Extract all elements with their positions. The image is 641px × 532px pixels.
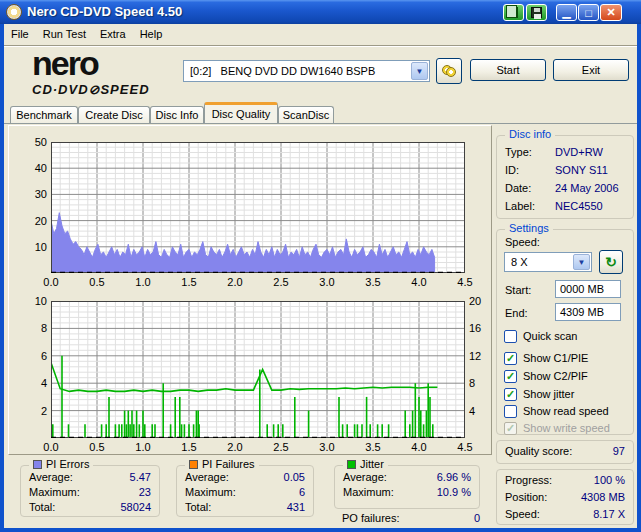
menu-extra[interactable]: Extra (93, 26, 133, 42)
pi-max-value: 23 (139, 486, 151, 498)
tab-create-disc[interactable]: Create Disc (78, 106, 150, 123)
pi-errors-box: PI Errors Average:5.47 Maximum:23 Total:… (20, 465, 160, 517)
axis-tick: 20 (23, 215, 47, 228)
axis-tick: 2 (23, 405, 47, 418)
checkbox-icon: ✓ (504, 388, 517, 401)
progress-label: Progress: (505, 474, 552, 486)
refresh-icon: ↻ (605, 256, 617, 268)
save-icon (531, 7, 542, 18)
disc-id-value: SONY S11 (555, 164, 608, 176)
exit-button[interactable]: Exit (553, 59, 629, 81)
pif-total-label: Total: (185, 501, 211, 513)
start-button[interactable]: Start (470, 59, 546, 81)
pif-total-value: 431 (287, 501, 305, 513)
quality-score-label: Quality score: (505, 445, 572, 457)
discs-icon (442, 65, 456, 77)
disc-id-label: ID: (505, 164, 519, 176)
disc-info-title: Disc info (505, 128, 555, 140)
checkbox-icon: ✓ (504, 352, 517, 365)
po-failures-value: 0 (474, 512, 480, 524)
pi-errors-chart (51, 142, 465, 273)
axis-tick: 0.0 (39, 441, 63, 454)
axis-tick: 30 (23, 188, 47, 201)
jitter-avg-label: Average: (343, 471, 387, 483)
speed-stat-label: Speed: (505, 508, 540, 520)
speed-label: Speed: (505, 236, 540, 248)
checkbox-show-c1-pie[interactable]: ✓Show C1/PIE (504, 351, 588, 365)
disc-info-box: Disc info Type:DVD+RW ID:SONY S11 Date:2… (496, 135, 634, 219)
checkbox-show-jitter[interactable]: ✓Show jitter (504, 387, 574, 401)
copy-icon (509, 7, 518, 18)
minimize-button[interactable]: ▁ (556, 4, 577, 21)
pif-max-value: 6 (299, 486, 305, 498)
checkbox-show-c2-pif[interactable]: ✓Show C2/PIF (504, 369, 588, 383)
tab-benchmark[interactable]: Benchmark (10, 106, 78, 123)
close-button[interactable]: ✕ (600, 4, 622, 21)
minimize-icon: ▁ (562, 6, 570, 19)
axis-tick: 0.5 (85, 441, 109, 454)
tab-disc-quality[interactable]: Disc Quality (204, 102, 278, 123)
axis-tick: 4.5 (453, 276, 477, 289)
title-bar[interactable]: Nero CD-DVD Speed 4.50 ▁ □ ✕ (0, 0, 641, 24)
axis-tick: 3.5 (361, 441, 385, 454)
tab-scandisc[interactable]: ScanDisc (278, 106, 334, 123)
checkbox-label: Quick scan (523, 330, 577, 342)
speed-select-value: 8 X (505, 256, 528, 268)
checkbox-show-write-speed[interactable]: ✓Show write speed (504, 421, 610, 435)
save-button[interactable] (526, 4, 547, 21)
checkbox-show-read-speed[interactable]: Show read speed (504, 404, 609, 418)
axis-tick: 4 (469, 405, 493, 418)
disc-type-label: Type: (505, 146, 532, 158)
quality-score-value: 97 (613, 445, 625, 457)
pif-max-label: Maximum: (185, 486, 236, 498)
chevron-down-icon[interactable]: ▼ (573, 254, 590, 270)
checkbox-label: Show write speed (523, 422, 610, 434)
axis-tick: 12 (469, 350, 493, 363)
jitter-avg-value: 6.96 % (437, 471, 471, 483)
menu-help[interactable]: Help (133, 26, 170, 42)
quality-chart-panel: 10203040500.00.51.01.52.02.53.03.54.04.5… (8, 125, 492, 455)
jitter-max-value: 10.9 % (437, 486, 471, 498)
refresh-speed-button[interactable]: ↻ (599, 250, 623, 274)
axis-tick: 4.0 (407, 441, 431, 454)
jitter-legend-icon (347, 460, 356, 469)
tab-strip: Benchmark Create Disc Disc Info Disc Qua… (4, 104, 637, 123)
pi-total-value: 58024 (120, 501, 151, 513)
checkbox-icon: ✓ (504, 370, 517, 383)
checkbox-icon (504, 405, 517, 418)
checkbox-quick-scan[interactable]: Quick scan (504, 329, 577, 343)
progress-box: Progress:100 % Position:4308 MB Speed:8.… (496, 469, 634, 525)
disc-label-value: NEC4550 (555, 200, 603, 212)
pi-failures-box: PI Failures Average:0.05 Maximum:6 Total… (176, 465, 314, 517)
axis-tick: 0.0 (39, 276, 63, 289)
axis-tick: 1.0 (131, 441, 155, 454)
nero-logo: nero (32, 48, 98, 78)
axis-tick: 16 (469, 322, 493, 335)
pif-jitter-chart (51, 301, 465, 438)
position-label: Position: (505, 491, 547, 503)
menu-run-test[interactable]: Run Test (36, 26, 93, 42)
axis-tick: 20 (469, 295, 493, 308)
tab-disc-info[interactable]: Disc Info (150, 106, 204, 123)
chevron-down-icon[interactable]: ▼ (411, 62, 428, 80)
quality-score-box: Quality score:97 (496, 440, 634, 464)
axis-tick: 6 (23, 350, 47, 363)
tab-content-border (4, 123, 637, 124)
axis-tick: 1.0 (131, 276, 155, 289)
axis-tick: 2.0 (223, 276, 247, 289)
close-icon: ✕ (606, 6, 615, 19)
settings-box: Settings Speed: 8 X ▼ ↻ Start: 0000 MB E… (496, 229, 634, 435)
menu-file[interactable]: File (4, 26, 36, 42)
speed-select[interactable]: 8 X ▼ (504, 252, 592, 272)
position-value: 4308 MB (581, 491, 625, 503)
end-position-field[interactable]: 4309 MB (555, 303, 621, 321)
maximize-button[interactable]: □ (578, 4, 599, 21)
progress-value: 100 % (594, 474, 625, 486)
drive-select[interactable]: [0:2] BENQ DVD DD DW1640 BSPB ▼ (183, 60, 430, 82)
eject-disc-button[interactable] (436, 58, 462, 84)
axis-tick: 3.5 (361, 276, 385, 289)
client-area: File Run Test Extra Help nero CD·DVD⊘SPE… (4, 24, 637, 528)
start-position-field[interactable]: 0000 MB (555, 280, 621, 298)
jitter-max-label: Maximum: (343, 486, 394, 498)
copy-to-clipboard-button[interactable] (503, 4, 524, 21)
